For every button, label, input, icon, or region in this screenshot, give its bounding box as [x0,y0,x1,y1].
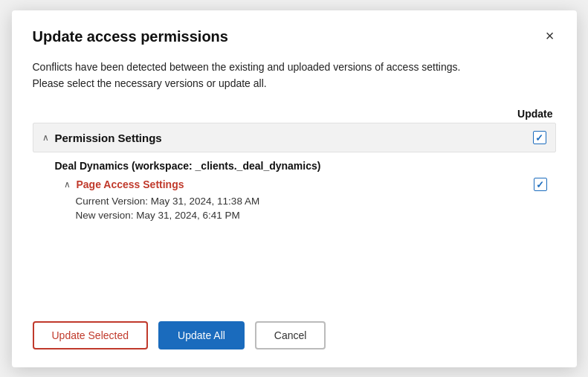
page-access-settings-row: ∧ Page Access Settings [33,175,556,194]
current-version-row: Current Version: May 31, 2024, 11:38 AM [33,194,556,208]
workspace-label: Deal Dynamics (workspace: _clients._deal… [33,152,556,175]
subsection-chevron-icon: ∧ [64,179,71,190]
page-access-settings-label[interactable]: Page Access Settings [77,178,184,190]
section-header-left: ∧ Permission Settings [42,132,162,144]
subsection-checkbox-box[interactable] [534,178,547,191]
update-access-permissions-dialog: Update access permissions × Conflicts ha… [12,10,577,367]
close-button[interactable]: × [544,28,556,43]
update-column-header: Update [33,108,556,120]
permission-settings-section[interactable]: ∧ Permission Settings [33,123,556,152]
update-all-button[interactable]: Update All [158,321,245,349]
cancel-button[interactable]: Cancel [255,321,326,349]
dialog-header: Update access permissions × [33,28,556,45]
dialog-title: Update access permissions [33,28,228,45]
description-line1: Conflicts have been detected between the… [33,61,461,73]
subsection-checkbox[interactable] [534,178,547,191]
new-version-row: New version: May 31, 2024, 6:41 PM [33,208,556,222]
permission-section-checkbox-box[interactable] [533,131,546,144]
description-text: Conflicts have been detected between the… [33,59,556,92]
permission-section-checkbox[interactable] [533,131,546,144]
subsection-left: ∧ Page Access Settings [64,178,184,190]
update-selected-button[interactable]: Update Selected [33,321,149,349]
section-title: Permission Settings [55,132,162,144]
section-chevron-icon: ∧ [42,132,49,143]
description-line2: Please select the necessary versions or … [33,77,267,89]
footer-actions: Update Selected Update All Cancel [33,299,556,349]
